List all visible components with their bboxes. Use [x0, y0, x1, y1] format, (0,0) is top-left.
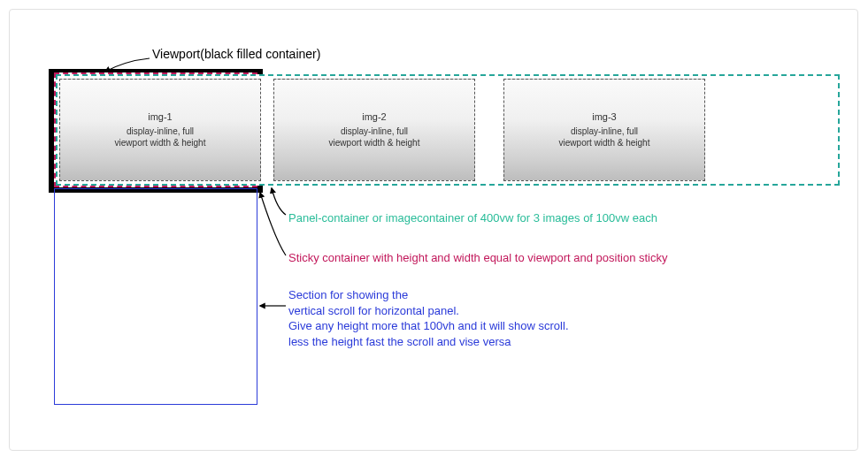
image-2-desc-l1: display-inline, full: [341, 126, 408, 137]
image-1-desc-l1: display-inline, full: [127, 126, 194, 137]
image-1-title: img-1: [148, 111, 173, 122]
arrow-panel-container: [272, 188, 286, 215]
viewport-label: Viewport(black filled container): [152, 46, 320, 63]
arrow-sticky-container: [260, 193, 286, 255]
image-box-1: img-1 display-inline, full viewport widt…: [59, 79, 261, 181]
scroll-section-label-l1: Section for showing the: [288, 287, 569, 303]
scroll-section-box: [54, 188, 257, 405]
image-box-2: img-2 display-inline, full viewport widt…: [273, 79, 475, 181]
image-2-title: img-2: [362, 111, 387, 122]
sticky-container-label: Sticky container with height and width e…: [288, 250, 668, 266]
image-3-title: img-3: [592, 111, 617, 122]
scroll-section-label-l4: less the height fast the scroll and vise…: [288, 334, 569, 350]
scroll-section-label-l2: vertical scroll for horizontal panel.: [288, 303, 569, 319]
diagram-canvas: img-1 display-inline, full viewport widt…: [9, 9, 858, 451]
scroll-section-label-l3: Give any height more that 100vh and it w…: [288, 318, 569, 334]
panel-container-label: Panel-container or imagecontainer of 400…: [288, 210, 657, 226]
image-2-desc-l2: viewport width & height: [329, 137, 420, 148]
image-1-desc-l2: viewport width & height: [115, 137, 206, 148]
image-box-3: img-3 display-inline, full viewport widt…: [503, 79, 705, 181]
image-3-desc-l2: viewport width & height: [559, 137, 650, 148]
scroll-section-label: Section for showing the vertical scroll …: [288, 287, 569, 349]
image-3-desc-l1: display-inline, full: [571, 126, 638, 137]
